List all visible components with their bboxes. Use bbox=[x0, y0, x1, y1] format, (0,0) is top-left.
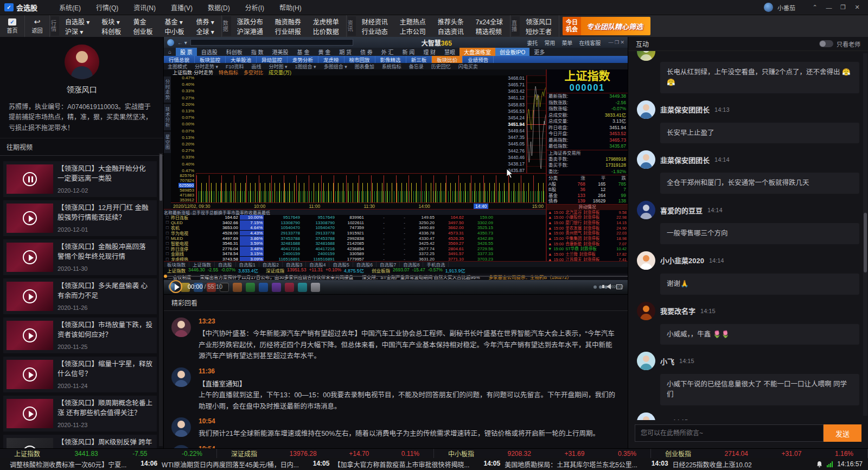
collapse-icon[interactable]: ⌃ bbox=[808, 3, 821, 12]
toolbar-item[interactable]: 自选资讯 bbox=[432, 27, 470, 36]
today-opportunity-banner[interactable]: 今日 机会 专业团队精心筛选 bbox=[563, 17, 650, 35]
volume-icon[interactable] bbox=[607, 284, 611, 289]
dzh-tab: 期 货 bbox=[335, 48, 356, 56]
user-avatar[interactable] bbox=[764, 3, 773, 12]
minimize-icon[interactable]: — bbox=[822, 3, 835, 12]
index-ticker-cell[interactable]: 创业板指 2714.04 +31.07 1.16% bbox=[651, 449, 868, 458]
chat-avatar[interactable] bbox=[637, 251, 655, 270]
menu-item[interactable]: 直播(V) bbox=[164, 2, 199, 13]
toolbar-item[interactable]: 沪深港通 bbox=[231, 27, 269, 36]
restore-icon[interactable]: ❐ bbox=[837, 3, 850, 12]
index-ticker-cell[interactable]: 中小板指 9208.32 +31.69 0.35% bbox=[434, 449, 651, 458]
chat-input[interactable] bbox=[635, 424, 824, 442]
video-list-item[interactable]: 【领涨风口】市场放量下跌，投资者该如何应对？ 2020-11-25 bbox=[3, 317, 157, 353]
video-title: 【领涨风口】多头尾盘偷袭 心有余而力不足 bbox=[58, 282, 154, 301]
sidebar-scrollbar[interactable] bbox=[159, 153, 163, 446]
chat-avatar[interactable] bbox=[637, 150, 655, 169]
volume-bars bbox=[196, 173, 546, 202]
video-list-item[interactable]: 【领涨风口】缩量十字星，释放什么信号？ 2020-11-24 bbox=[3, 357, 157, 392]
index-change: +31.07 bbox=[781, 450, 801, 458]
toolbar-item[interactable]: 黄金 bbox=[127, 17, 158, 26]
toolbar-item[interactable]: 精选视频 bbox=[470, 27, 509, 36]
toolbar-item[interactable]: 短炒王者 bbox=[520, 27, 558, 36]
dzh-app-title: 大智慧 bbox=[422, 40, 441, 47]
video-thumbnail bbox=[7, 204, 53, 233]
menu-item[interactable]: 系统(E) bbox=[53, 2, 87, 13]
toolbar-item[interactable]: 行业研报 bbox=[269, 27, 307, 36]
back-button[interactable]: ↩ 返回 bbox=[25, 15, 50, 37]
chat-avatar[interactable] bbox=[637, 51, 655, 61]
fullscreen-icon[interactable] bbox=[616, 284, 622, 289]
menu-item[interactable]: 分析(I) bbox=[239, 2, 271, 13]
video-list-item[interactable]: 【领涨风口】金融股冲高回落 警惕个股年终兑现行情 2020-11-30 bbox=[3, 239, 157, 275]
toolbar-item[interactable]: 7x24全球 bbox=[470, 17, 509, 26]
toolbar-group-data: 数据 涨跌分布沪深港通融资融券行业研报龙虎榜单比价数据 bbox=[222, 15, 347, 37]
chat-avatar[interactable] bbox=[637, 352, 655, 370]
app-logo-icon: ✓ bbox=[4, 3, 14, 11]
toolbar-item[interactable]: 沪深 ▾ bbox=[59, 27, 95, 36]
toolbar-item[interactable]: 涨跌分布 bbox=[231, 17, 269, 26]
replay-messages: 13:23 【中汽协叶盛基：今年新能源汽车产销有望超过去年】中国汽车工业协会总工… bbox=[164, 311, 628, 448]
play-icon bbox=[23, 250, 37, 264]
limit-feed-row: 15:00ST华鼎封跌停板10.42 bbox=[547, 246, 628, 252]
toolbar-item[interactable]: 上市公司 bbox=[394, 27, 432, 36]
news-item[interactable]: 14:05 美国地质勘探局：土耳其库尔塔兰东北5公里... bbox=[483, 460, 637, 469]
quote-row: 最高指数:3465.73 bbox=[547, 137, 628, 144]
video-list-item[interactable]: 【领涨风口】大金融开始分化 一定要远离一类股 2020-12-02 bbox=[3, 161, 157, 197]
chat-scrollbar[interactable] bbox=[863, 53, 867, 416]
chat-avatar[interactable] bbox=[637, 412, 655, 420]
chat-timestamp: 14:15 bbox=[673, 418, 688, 420]
replay-avatar bbox=[171, 367, 191, 387]
news-item[interactable]: 14:06 WTI原油期货日内再度回落至45美元/桶，日内... bbox=[141, 460, 298, 469]
home-button[interactable]: ✓ 首页 bbox=[0, 15, 25, 37]
toolbar-item[interactable]: 板块 ▾ bbox=[95, 17, 127, 26]
close-icon[interactable]: ✕ bbox=[851, 3, 864, 12]
teacher-only-toggle[interactable] bbox=[819, 40, 833, 47]
mini-ticker-segment: 创业板指2693.07-15.47-0.57%1,913.9亿 bbox=[372, 267, 465, 274]
toolbar-item[interactable]: 债券 ▾ bbox=[190, 17, 220, 26]
toolbar-item[interactable]: 融资融券 bbox=[269, 17, 307, 26]
menu-item[interactable]: 数据(D) bbox=[201, 2, 237, 13]
percent-tick: 0.00% bbox=[182, 122, 194, 126]
replay-header: 精彩回看 bbox=[164, 295, 628, 311]
percent-tick: 0.33% bbox=[182, 155, 194, 160]
toolbar-item[interactable]: 自选股 ▾ bbox=[59, 17, 95, 26]
news-item[interactable]: 14:05 【加拿大官方称首款疫苗上市审批很快将揭晓... bbox=[313, 460, 470, 469]
category-row: B股36127 bbox=[547, 187, 628, 193]
toolbar-item[interactable]: 全球 ▾ bbox=[190, 27, 220, 36]
dzh-tab: 外 汇 bbox=[377, 48, 398, 56]
toolbar-item[interactable]: 推荐头条 bbox=[432, 17, 470, 26]
index-ticker-cell[interactable]: 深证成指 13976.28 +14.70 0.11% bbox=[217, 449, 434, 458]
toolbar-item[interactable]: 创业板 bbox=[127, 27, 158, 36]
toolbar-item[interactable]: 比价数据 bbox=[307, 27, 345, 36]
dzh-mode-item: 系统指标 bbox=[378, 63, 405, 70]
toolbar-item[interactable]: 龙虎榜单 bbox=[307, 17, 345, 26]
chat-avatar[interactable] bbox=[637, 100, 655, 119]
video-progress-bar[interactable] bbox=[164, 276, 628, 277]
toolbar-item[interactable]: 科创板 bbox=[95, 27, 127, 36]
video-list-item[interactable]: 【领涨风口】12月开门红 金融股强势行情能否延续？ 2020-12-01 bbox=[3, 200, 157, 236]
dzh-tab: 黄 金 bbox=[314, 48, 335, 56]
menu-item[interactable]: 行情(Q) bbox=[90, 2, 125, 13]
menu-item[interactable]: 资讯(N) bbox=[127, 2, 162, 13]
video-play-button[interactable] bbox=[169, 280, 182, 293]
toolbar-item[interactable]: 行业动态 bbox=[356, 27, 394, 36]
toolbar-item[interactable]: 主题热点 bbox=[394, 17, 432, 26]
chat-avatar[interactable] bbox=[637, 302, 655, 320]
video-list-item[interactable]: 【领涨风口】顺周期概念轮番上涨 还有那些机会值得关注？ 2020-11-23 bbox=[3, 396, 157, 431]
dzh-tab-row: ⌂股 票自选股科创板指 数港美股基 金黄 金期 货债 券外 汇新 闻理 财慧眼大… bbox=[164, 48, 628, 56]
news-item[interactable]: 调整核酸检测收费标准一次60元】宁夏... bbox=[5, 460, 126, 469]
send-button[interactable]: 发送 bbox=[824, 424, 861, 442]
toolbar-item[interactable]: 基金 ▾ bbox=[158, 17, 190, 26]
toolbar-item[interactable]: 财经资讯 bbox=[356, 17, 394, 26]
live-video-player[interactable]: ← ▾ 大智慧365 委托常用菜单在线客服 — ❐ ✕ ⌂股 票自选股科创板指 … bbox=[164, 37, 628, 294]
menu-item[interactable]: 帮助(H) bbox=[273, 2, 308, 13]
video-list-item[interactable]: 【领涨风口】周K级别反弹 跨年行情新高仍可期！ 2020-11-20 bbox=[3, 435, 157, 448]
bell-icon[interactable] bbox=[816, 461, 822, 468]
news-item[interactable]: 14:03 日经225指数收盘上涨10.02 bbox=[652, 460, 752, 469]
toolbar-item[interactable]: 领涨风口 bbox=[520, 17, 558, 26]
toolbar-item[interactable]: 中小板 bbox=[158, 27, 190, 36]
chat-avatar[interactable] bbox=[637, 201, 655, 219]
video-list-item[interactable]: 【领涨风口】多头尾盘偷袭 心有余而力不足 2020-11-26 bbox=[3, 278, 157, 314]
index-ticker-cell[interactable]: 上证指数 3441.83 -7.55 -0.22% bbox=[0, 449, 217, 458]
